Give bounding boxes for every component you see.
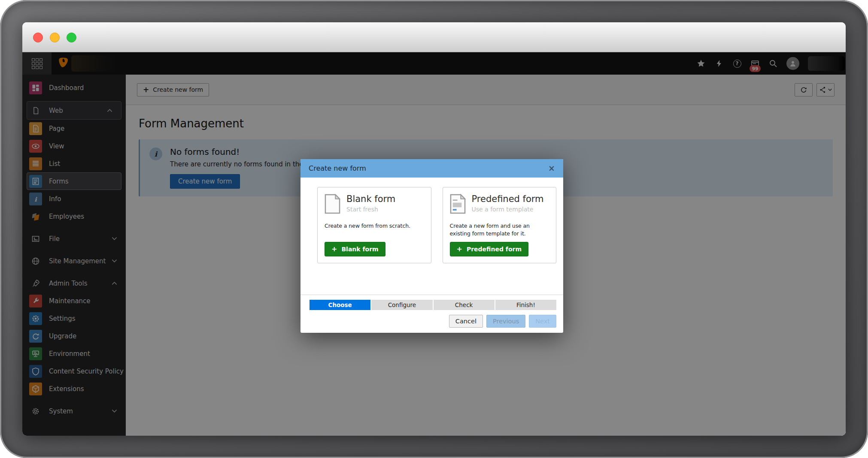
cancel-button[interactable]: Cancel — [449, 315, 483, 328]
close-window-button[interactable] — [33, 33, 43, 42]
traffic-lights — [33, 33, 76, 42]
blank-form-card: Blank form Start fresh Create a new form… — [317, 187, 431, 263]
predefined-form-button-label: Predefined form — [467, 246, 522, 253]
plus-icon: + — [457, 246, 462, 253]
minimize-window-button[interactable] — [50, 33, 60, 42]
maximize-window-button[interactable] — [67, 33, 76, 42]
browser-window: ? 99 DashboardWebPageV — [22, 22, 846, 436]
card-description: Create a new form from scratch. — [325, 222, 424, 230]
wizard-progress-bar: Choose Configure Check Finish! — [310, 300, 556, 310]
card-subtitle: Use a form template — [472, 206, 544, 213]
card-head: Predefined form Use a form template — [450, 194, 549, 216]
modal-buttons: Cancel Previous Next — [310, 310, 556, 333]
typo3-backend-viewport: ? 99 DashboardWebPageV — [22, 52, 846, 436]
predefined-form-button[interactable]: + Predefined form — [450, 242, 529, 256]
previous-button[interactable]: Previous — [486, 315, 525, 328]
card-title: Predefined form — [472, 194, 544, 205]
card-subtitle: Start fresh — [346, 206, 395, 213]
predefined-document-icon — [450, 194, 466, 216]
next-button[interactable]: Next — [529, 315, 556, 328]
modal-footer: Choose Configure Check Finish! Cancel Pr… — [300, 295, 563, 333]
blank-form-button-label: Blank form — [341, 246, 378, 253]
wizard-step-choose[interactable]: Choose — [310, 300, 370, 310]
close-icon[interactable]: × — [548, 164, 555, 172]
card-head: Blank form Start fresh — [325, 194, 424, 216]
wizard-step-check[interactable]: Check — [434, 300, 495, 310]
create-new-form-modal: Create new form × Blank form Start fresh — [300, 159, 563, 333]
blank-document-icon — [325, 194, 340, 216]
plus-icon: + — [331, 246, 337, 253]
screenshot-stage: ? 99 DashboardWebPageV — [0, 0, 868, 458]
modal-body: Blank form Start fresh Create a new form… — [300, 178, 563, 295]
modal-header: Create new form × — [300, 159, 563, 178]
mac-titlebar — [22, 22, 846, 52]
card-title: Blank form — [346, 194, 395, 205]
card-description: Create a new form and use an existing fo… — [450, 222, 549, 237]
blank-form-button[interactable]: + Blank form — [325, 242, 385, 256]
predefined-form-card: Predefined form Use a form template Crea… — [443, 187, 557, 263]
modal-title: Create new form — [309, 164, 366, 172]
wizard-step-configure[interactable]: Configure — [371, 300, 432, 310]
wizard-step-finish[interactable]: Finish! — [495, 300, 556, 310]
